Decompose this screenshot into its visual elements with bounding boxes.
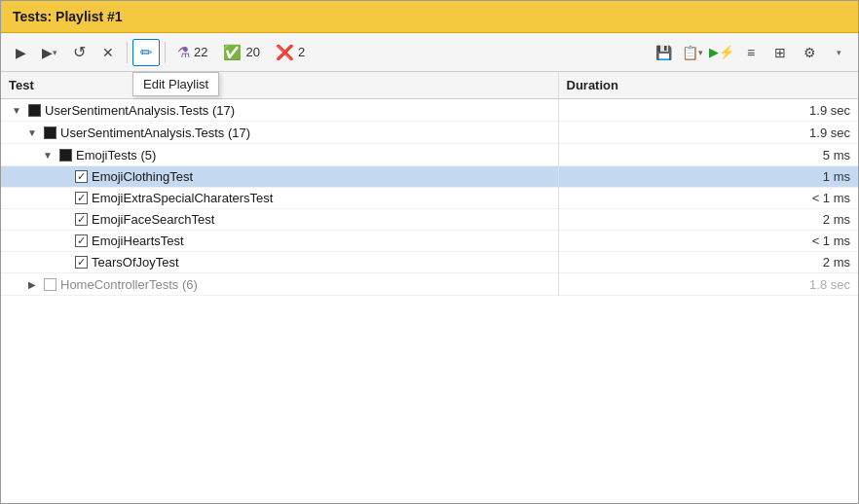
- row-label: UserSentimentAnalysis.Tests (17): [45, 103, 235, 118]
- edit-playlist-button[interactable]: ✏: [132, 39, 160, 66]
- play-next-icon: ▶: [42, 45, 53, 60]
- error-circle-icon: ❌: [276, 44, 294, 61]
- row-label: HomeControllerTests (6): [60, 277, 198, 292]
- checkbox-checked[interactable]: ✓: [75, 256, 88, 269]
- flask-count: 22: [194, 45, 207, 59]
- duration-cell: 2 ms: [558, 252, 858, 273]
- row-label: TearsOfJoyTest: [92, 255, 179, 270]
- settings-button[interactable]: ⚙: [796, 39, 823, 66]
- duration-cell: 1.9 sec: [558, 99, 858, 122]
- check-circle-icon: ✅: [223, 44, 242, 61]
- duration-cell: 1 ms: [558, 166, 858, 188]
- row-label: EmojiExtraSpecialCharatersTest: [92, 191, 273, 205]
- play-button[interactable]: ▶: [7, 39, 34, 66]
- table-row[interactable]: ✓EmojiExtraSpecialCharatersTest< 1 ms: [1, 188, 858, 209]
- split-button[interactable]: ⊞: [766, 39, 794, 66]
- checkbox-empty[interactable]: [44, 278, 56, 291]
- table-row[interactable]: ▼UserSentimentAnalysis.Tests (17)1.9 sec: [1, 99, 858, 122]
- table-row[interactable]: ✓EmojiFaceSearchTest2 ms: [1, 209, 858, 231]
- expand-button[interactable]: ▼: [9, 102, 24, 118]
- playlist-icon: ≡: [747, 45, 755, 60]
- expand-button[interactable]: ▼: [40, 147, 56, 162]
- check-count-button[interactable]: ✅ 20: [216, 39, 266, 66]
- row-label: EmojiHeartsTest: [92, 234, 184, 248]
- test-table: Test Duration ▼UserSentimentAnalysis.Tes…: [1, 72, 858, 296]
- copy-button[interactable]: 📋 ▾: [679, 39, 706, 66]
- table-row[interactable]: ▼EmojiTests (5)5 ms: [1, 144, 858, 166]
- flask-count-button[interactable]: ⚗ 22: [170, 39, 214, 66]
- edit-playlist-tooltip: Edit Playlist: [132, 72, 219, 96]
- checkbox-filled[interactable]: [28, 104, 41, 117]
- error-count: 2: [298, 45, 305, 59]
- main-window: Tests: Playlist #1 ▶ ▶ ▾ ↺ ✕ ✏ Edit Play…: [0, 0, 859, 504]
- duration-cell: 1.9 sec: [558, 122, 858, 144]
- separator-2: [165, 42, 166, 63]
- column-header-test: Test: [1, 72, 558, 99]
- expand-button[interactable]: ▶: [24, 276, 40, 292]
- duration-cell: 1.8 sec: [558, 273, 858, 296]
- pencil-icon: ✏: [140, 44, 153, 61]
- expand-button[interactable]: ▼: [24, 125, 40, 140]
- table-header-row: Test Duration: [1, 72, 858, 99]
- copy-dropdown-arrow: ▾: [698, 48, 703, 57]
- checkbox-checked[interactable]: ✓: [75, 192, 88, 204]
- table-row[interactable]: ✓EmojiHeartsTest< 1 ms: [1, 231, 858, 252]
- play-icon: ▶: [16, 45, 26, 60]
- checkbox-checked[interactable]: ✓: [75, 170, 88, 183]
- table-row[interactable]: ▼UserSentimentAnalysis.Tests (17)1.9 sec: [1, 122, 858, 144]
- playlist-button[interactable]: ≡: [737, 39, 765, 66]
- table-row[interactable]: ✓TearsOfJoyTest2 ms: [1, 252, 858, 273]
- duration-cell: 5 ms: [558, 144, 858, 166]
- cancel-icon: ✕: [102, 45, 114, 60]
- separator-1: [127, 42, 128, 63]
- checkbox-filled[interactable]: [59, 149, 72, 162]
- duration-cell: < 1 ms: [558, 231, 858, 252]
- duration-cell: < 1 ms: [558, 188, 858, 209]
- check-count: 20: [245, 45, 259, 59]
- refresh-button[interactable]: ↺: [65, 39, 93, 66]
- toolbar: ▶ ▶ ▾ ↺ ✕ ✏ Edit Playlist ⚗ 22 ✅: [1, 33, 858, 72]
- settings-dropdown-arrow: ▾: [837, 48, 841, 57]
- table-row[interactable]: ✓EmojiClothingTest1 ms: [1, 166, 858, 188]
- cancel-button[interactable]: ✕: [94, 39, 122, 66]
- copy-icon: 📋: [682, 45, 698, 60]
- run-button[interactable]: ▶⚡: [708, 39, 735, 66]
- save-button[interactable]: 💾: [650, 39, 677, 66]
- checkbox-checked[interactable]: ✓: [75, 234, 88, 247]
- play-next-button[interactable]: ▶ ▾: [36, 39, 63, 66]
- flask-icon: ⚗: [177, 44, 190, 61]
- column-header-duration: Duration: [558, 72, 858, 99]
- checkbox-checked[interactable]: ✓: [75, 213, 88, 226]
- save-icon: 💾: [655, 45, 672, 60]
- table-row[interactable]: ▶HomeControllerTests (6)1.8 sec: [1, 273, 858, 296]
- error-count-button[interactable]: ❌ 2: [269, 39, 312, 66]
- split-icon: ⊞: [774, 45, 786, 60]
- row-label: EmojiTests (5): [76, 148, 156, 162]
- test-tree-area: Test Duration ▼UserSentimentAnalysis.Tes…: [1, 72, 858, 503]
- row-label: UserSentimentAnalysis.Tests (17): [60, 126, 250, 140]
- checkbox-filled[interactable]: [44, 126, 56, 139]
- play-dropdown-arrow: ▾: [53, 48, 57, 57]
- settings-dropdown-button[interactable]: ▾: [825, 39, 852, 66]
- duration-cell: 2 ms: [558, 209, 858, 231]
- settings-icon: ⚙: [803, 45, 816, 60]
- window-title: Tests: Playlist #1: [13, 9, 123, 24]
- title-bar: Tests: Playlist #1: [1, 1, 858, 33]
- row-label: EmojiClothingTest: [92, 169, 193, 184]
- run-icon: ▶⚡: [709, 45, 734, 59]
- toolbar-right: 💾 📋 ▾ ▶⚡ ≡ ⊞ ⚙ ▾: [650, 39, 852, 66]
- refresh-icon: ↺: [73, 43, 86, 61]
- row-label: EmojiFaceSearchTest: [92, 212, 214, 227]
